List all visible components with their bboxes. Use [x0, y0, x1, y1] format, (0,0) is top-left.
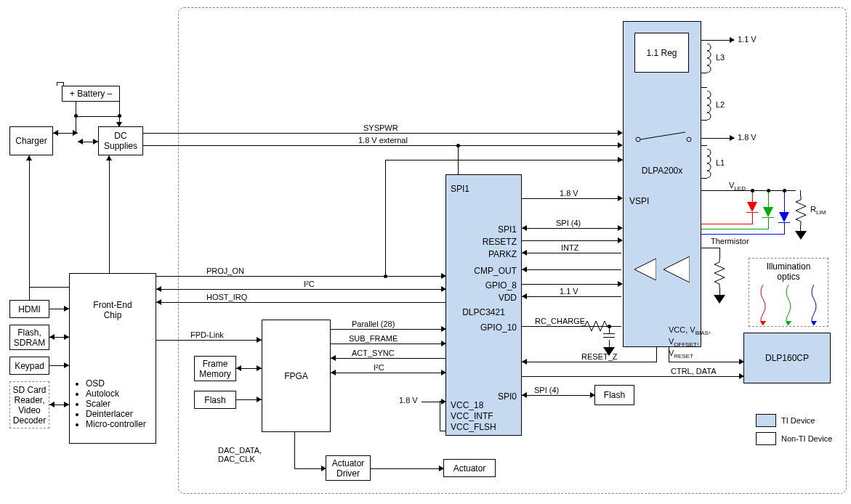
actuator-block: Actuator — [443, 459, 496, 477]
voffset-label: VOFFSET, — [669, 337, 699, 348]
l1-label: L1 — [716, 158, 725, 167]
svg-marker-6 — [786, 321, 791, 325]
flash-spi-block: Flash — [594, 385, 634, 405]
port-vccint: VCC_INTF — [451, 411, 493, 421]
svg-marker-5 — [760, 321, 766, 325]
port-gpio10: GPIO_10 — [480, 322, 517, 333]
dlp160cp-block: DLP160CP — [743, 333, 831, 383]
port-spi0: SPI0 — [498, 391, 517, 402]
resistor-rlim-icon — [796, 196, 806, 225]
dlpc3421-block: SPI1 SPI1 RESETZ PARKZ CMP_OUT GPIO_8 VD… — [445, 174, 522, 436]
illum-optics-label: Illumination optics — [767, 261, 811, 282]
i2c2-label: I²C — [374, 363, 384, 372]
v18-input-label: 1.8 V — [399, 396, 418, 405]
keypad-label: Keypad — [15, 361, 44, 371]
dc-supplies-block: DC Supplies — [98, 126, 143, 155]
resistor-icon — [581, 321, 610, 331]
frame-memory-label: Frame Memory — [199, 359, 230, 379]
spi4-spi0-label: SPI (4) — [534, 386, 559, 394]
port-parkz: PARKZ — [488, 249, 517, 259]
resetz-sig-label: RESET_Z — [581, 352, 618, 361]
bullet-scaler: Scaler — [86, 399, 151, 409]
dac-label: DAC_DATA, DAC_CLK — [218, 446, 262, 463]
battery-block: + Battery – — [62, 86, 120, 102]
fpga-label: FPGA — [284, 371, 308, 381]
v18ext-label: 1.8 V external — [358, 136, 408, 145]
subframe-label: SUB_FRAME — [349, 334, 398, 343]
bullet-osd: OSD — [86, 378, 151, 389]
sdcard-label: SD Card Reader, Video Decoder — [12, 385, 46, 426]
dlpa200x-title: DLPA200x — [624, 166, 701, 176]
port-spi1: SPI1 — [451, 184, 469, 194]
front-end-block: Front-End Chip OSD Autolock Scaler Deint… — [69, 273, 156, 444]
thermistor-label: Thermistor — [711, 237, 749, 245]
syspwr-label: SYSPWR — [363, 123, 398, 132]
legend-ti-swatch — [756, 414, 776, 427]
port-gpio8: GPIO_8 — [485, 280, 517, 290]
ctrl-data-label: CTRL, DATA — [671, 367, 717, 375]
actsync-label: ACT_SYNC — [352, 349, 395, 357]
reg11-label: 1.1 Reg — [646, 48, 677, 58]
frame-memory-block: Frame Memory — [194, 356, 236, 381]
amp-icon — [664, 256, 690, 283]
parallel28-label: Parallel (28) — [352, 320, 395, 328]
svg-marker-3 — [634, 259, 656, 280]
front-end-title: Front-End Chip — [93, 300, 132, 320]
beam-blue-icon — [805, 285, 823, 325]
vled-label: VLED — [729, 181, 746, 192]
vcc-vbias-label: VCC, VBIAS, — [669, 325, 711, 336]
comparator-icon — [634, 259, 656, 280]
thermistor-icon — [714, 259, 725, 288]
rc-charge-label: RC_CHARGE — [535, 317, 585, 325]
i2c-label: I²C — [304, 280, 315, 288]
bullet-micro: Micro-controller — [86, 419, 151, 429]
dlp160cp-label: DLP160CP — [765, 353, 809, 363]
host-irq-label: HOST_IRQ — [206, 293, 247, 301]
proj-on-label: PROJ_ON — [206, 267, 244, 275]
svg-point-0 — [636, 137, 640, 142]
fpga-block: FPGA — [262, 320, 331, 432]
battery-terminal — [57, 82, 64, 86]
hdmi-block: HDMI — [9, 300, 49, 318]
reg11-block: 1.1 Reg — [634, 33, 689, 73]
actuator-driver-block: Actuator Driver — [326, 455, 371, 481]
bullet-autolock: Autolock — [86, 389, 151, 399]
legend-nonti-label: Non-TI Device — [781, 434, 832, 443]
port-cmpout: CMP_OUT — [474, 266, 517, 276]
port-vspi: VSPI — [629, 196, 649, 206]
dlpa200x-block: VSPI DLPA200x 1.1 Reg — [623, 21, 701, 347]
l3-label: L3 — [716, 53, 725, 62]
led-red — [747, 202, 757, 212]
dlpc3421-title: DLPC3421 — [446, 307, 521, 317]
svg-line-2 — [640, 132, 685, 139]
flash-spi-label: Flash — [604, 390, 625, 400]
port-vdd: VDD — [499, 293, 517, 303]
battery-label: + Battery – — [70, 89, 112, 99]
svg-marker-4 — [664, 256, 690, 283]
v11-vdd-label: 1.1 V — [560, 287, 578, 296]
legend-nonti-swatch — [756, 432, 776, 445]
port-resetz: RESETZ — [483, 237, 517, 247]
led-blue — [779, 212, 789, 222]
l2-label: L2 — [716, 100, 725, 109]
beam-green-icon — [780, 285, 797, 325]
port-vccflsh: VCC_FLSH — [451, 422, 496, 432]
v11-out-label: 1.1 V — [738, 35, 757, 44]
port-vcc18: VCC_18 — [451, 400, 483, 410]
v18-out-label: 1.8 V — [738, 133, 757, 142]
legend-ti-label: TI Device — [781, 416, 815, 425]
dc-supplies-label: DC Supplies — [104, 131, 137, 151]
intz-label: INTZ — [561, 243, 578, 252]
beam-red-icon — [754, 285, 772, 325]
vreset-label: VRESET — [669, 349, 693, 359]
charger-label: Charger — [15, 136, 47, 146]
v18-vspi-label: 1.8 V — [560, 189, 578, 198]
port-spi1-r: SPI1 — [498, 224, 517, 235]
charger-block: Charger — [9, 126, 53, 155]
flash-sdram-block: Flash, SDRAM — [9, 325, 49, 350]
flash-fpga-block: Flash — [194, 391, 236, 409]
inductor-l1-icon — [701, 149, 713, 178]
svg-marker-7 — [811, 321, 817, 325]
switch-icon — [634, 129, 693, 144]
bullet-deinterlacer: Deinterlacer — [86, 409, 151, 419]
